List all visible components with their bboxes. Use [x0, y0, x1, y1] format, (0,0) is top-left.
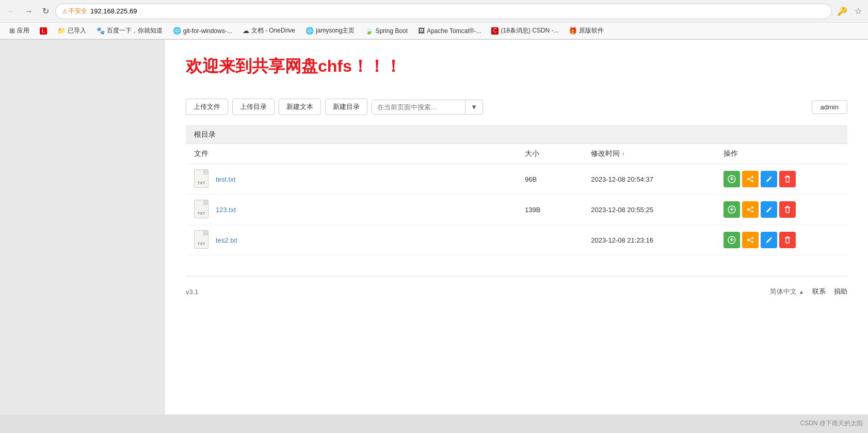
- file-link[interactable]: TXT tes2.txt: [194, 230, 508, 250]
- file-size: 139B: [517, 195, 583, 225]
- page-title: 欢迎来到共享网盘chfs！！！: [186, 55, 847, 78]
- warning-icon: ⚠: [62, 8, 68, 15]
- download-button[interactable]: [724, 201, 740, 218]
- search-container: ▼: [372, 100, 483, 115]
- bookmark-imported[interactable]: 📁 已导入: [53, 25, 90, 37]
- tomcat-icon: 🖼: [418, 27, 425, 35]
- table-header-row: 文件 大小 修改时间 ↑ 操作: [186, 144, 847, 164]
- bookmark-baidu[interactable]: 🐾 百度一下，你就知道: [92, 25, 167, 37]
- action-buttons: [724, 171, 839, 187]
- cloud-icon: ☁: [243, 27, 249, 35]
- col-action: 操作: [715, 144, 847, 164]
- file-name: test.txt: [216, 175, 235, 183]
- file-size: 96B: [517, 164, 583, 195]
- edit-button[interactable]: [761, 232, 777, 248]
- col-date[interactable]: 修改时间 ↑: [583, 144, 715, 164]
- action-buttons: [724, 201, 839, 218]
- bookmark-springboot[interactable]: 🍃 上传文件 Spring Boot: [361, 25, 412, 36]
- delete-button[interactable]: [779, 201, 796, 218]
- bookmarks-bar: ⊞ 应用 L 📁 已导入 🐾 百度一下，你就知道 🌐 git-for-windo…: [0, 23, 868, 39]
- bookmark-git[interactable]: 🌐 git-for-windows-...: [169, 25, 236, 36]
- file-table: 文件 大小 修改时间 ↑ 操作 TXT: [186, 144, 847, 255]
- gift-icon: 🎁: [569, 27, 577, 35]
- contact-link[interactable]: 联系: [812, 287, 826, 296]
- insecure-indicator: ⚠ 不安全: [62, 7, 87, 15]
- donate-link[interactable]: 捐助: [834, 287, 847, 296]
- upload-file-button[interactable]: 上传文件: [186, 99, 228, 115]
- admin-button[interactable]: admin: [812, 100, 847, 114]
- col-file: 文件: [186, 144, 517, 164]
- svg-line-8: [749, 240, 751, 242]
- upload-dir-button[interactable]: 上传目录: [232, 99, 275, 115]
- delete-button[interactable]: [779, 171, 796, 187]
- language-selector[interactable]: 简体中文 ▲: [770, 287, 804, 296]
- bookmark-jamysong[interactable]: 🌐 jamysong主页: [301, 25, 359, 37]
- col-size: 大小: [517, 144, 583, 164]
- spring-icon: 🍃: [365, 27, 373, 35]
- globe-icon: 🌐: [306, 27, 314, 35]
- browser-chrome: ← → ↻ ⚠ 不安全 🔑 ☆ ⊞ 应用 L 📁 已导入 🐾 百度一下，你就知道: [0, 0, 868, 40]
- file-date: 2023-12-08 20:55:25: [583, 195, 715, 225]
- file-link[interactable]: TXT test.txt: [194, 169, 508, 189]
- bookmark-csdn[interactable]: C (18条消息) CSDN -...: [487, 25, 562, 37]
- new-dir-button[interactable]: 新建目录: [325, 99, 367, 115]
- forward-button[interactable]: →: [22, 5, 36, 18]
- apps-icon: ⊞: [9, 27, 15, 35]
- csdn-icon: C: [491, 27, 499, 35]
- file-name: tes2.txt: [216, 236, 237, 244]
- file-icon: TXT: [194, 169, 211, 189]
- bookmark-tomcat[interactable]: 🖼 Apache Tomcat®-...: [414, 25, 485, 36]
- file-size: [517, 225, 583, 255]
- share-button[interactable]: [742, 201, 759, 218]
- share-button[interactable]: [742, 171, 759, 187]
- search-input[interactable]: [372, 100, 465, 114]
- svg-line-7: [749, 238, 751, 240]
- git-icon: 🌐: [173, 27, 181, 35]
- bookmark-onedrive[interactable]: ☁ 文档 - OneDrive: [238, 25, 299, 37]
- file-date: 2023-12-08 20:54:37: [583, 164, 715, 195]
- svg-line-2: [749, 180, 751, 181]
- sort-arrow: ↑: [622, 151, 625, 157]
- action-buttons: [724, 232, 839, 248]
- file-date: 2023-12-08 21:23:16: [583, 225, 715, 255]
- back-button[interactable]: ←: [4, 5, 19, 18]
- bookmark-apps[interactable]: ⊞ 应用: [5, 25, 34, 37]
- folder-icon: 📁: [57, 27, 66, 35]
- sidebar: [0, 40, 165, 414]
- svg-line-1: [749, 178, 751, 179]
- file-icon: TXT: [194, 200, 211, 219]
- table-row: TXT tes2.txt 2023-12-08 21:23:16: [186, 225, 847, 255]
- new-text-button[interactable]: 新建文本: [279, 99, 321, 115]
- file-link[interactable]: TXT 123.txt: [194, 200, 508, 219]
- edit-button[interactable]: [761, 201, 777, 218]
- table-row: TXT test.txt 96B 2023-12-08 20:54:37: [186, 164, 847, 195]
- page-footer: v3.1 简体中文 ▲ 联系 捐助: [186, 276, 847, 296]
- browser-toolbar: ← → ↻ ⚠ 不安全 🔑 ☆: [0, 0, 868, 23]
- l-icon: L: [40, 27, 47, 35]
- key-icon-button[interactable]: 🔑: [835, 4, 849, 18]
- download-button[interactable]: [724, 171, 740, 187]
- download-button[interactable]: [724, 232, 740, 248]
- share-button[interactable]: [742, 232, 759, 248]
- address-bar[interactable]: ⚠ 不安全: [55, 4, 832, 19]
- table-row: TXT 123.txt 139B 2023-12-08 20:55:25: [186, 195, 847, 225]
- bookmark-software[interactable]: 🎁 原版软件: [565, 25, 608, 37]
- reload-button[interactable]: ↻: [39, 4, 52, 18]
- version-label: v3.1: [186, 288, 199, 296]
- address-input[interactable]: [90, 7, 825, 15]
- file-icon: TXT: [194, 230, 211, 250]
- footer-right: 简体中文 ▲ 联系 捐助: [770, 287, 847, 296]
- delete-button[interactable]: [779, 232, 796, 248]
- file-name: 123.txt: [216, 206, 236, 214]
- svg-line-5: [749, 210, 751, 212]
- file-toolbar: 上传文件 上传目录 新建文本 新建目录 ▼ admin: [186, 99, 847, 115]
- page-content: 欢迎来到共享网盘chfs！！！ 上传文件 上传目录 新建文本 新建目录 ▼ ad…: [165, 40, 868, 414]
- main-layout: 欢迎来到共享网盘chfs！！！ 上传文件 上传目录 新建文本 新建目录 ▼ ad…: [0, 40, 868, 414]
- edit-button[interactable]: [761, 171, 777, 187]
- search-dropdown-button[interactable]: ▼: [465, 100, 483, 114]
- section-header: 根目录: [186, 125, 847, 144]
- svg-line-4: [749, 208, 751, 210]
- bookmark-l[interactable]: L: [36, 26, 51, 36]
- content-area: 欢迎来到共享网盘chfs！！！ 上传文件 上传目录 新建文本 新建目录 ▼ ad…: [165, 40, 868, 414]
- bookmark-star-button[interactable]: ☆: [853, 4, 864, 18]
